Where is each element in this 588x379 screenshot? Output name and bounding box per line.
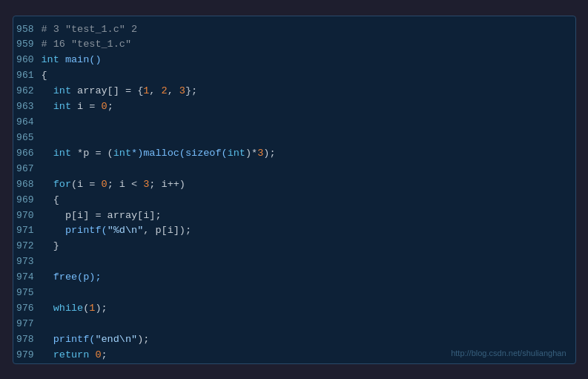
line-content: [42, 162, 47, 177]
line-number: 970: [13, 208, 42, 223]
table-row: 970 p[i] = array[i];: [13, 208, 575, 224]
line-content: return 0;: [42, 348, 108, 363]
line-content: while(1);: [42, 301, 108, 317]
line-content: printf("end\n");: [42, 332, 150, 348]
table-row: 962 int array[] = {1, 2, 3};: [13, 84, 575, 99]
table-row: 958# 3 "test_1.c" 2: [13, 22, 575, 38]
line-content: # 16 "test_1.c": [42, 37, 132, 53]
line-number: 973: [13, 254, 42, 269]
line-number: 958: [13, 22, 42, 37]
table-row: 977: [13, 317, 575, 332]
line-number: 960: [13, 53, 42, 67]
line-content: # 3 "test_1.c" 2: [42, 22, 138, 38]
line-number: 971: [13, 223, 42, 238]
line-content: [42, 317, 47, 332]
table-row: 961{: [13, 68, 575, 84]
line-content: }: [42, 239, 59, 254]
line-content: int i = 0;: [42, 99, 113, 115]
line-content: [42, 286, 47, 301]
table-row: 959# 16 "test_1.c": [13, 37, 575, 53]
code-window: 958# 3 "test_1.c" 2959# 16 "test_1.c"960…: [13, 16, 576, 364]
table-row: 975: [13, 286, 575, 301]
table-row: 960int main(): [13, 53, 575, 68]
line-content: [42, 131, 47, 146]
line-number: 977: [13, 317, 42, 332]
watermark: http://blog.csdn.net/shulianghan: [451, 349, 566, 357]
line-content: int array[] = {1, 2, 3};: [42, 84, 198, 99]
line-number: 961: [13, 68, 42, 83]
table-row: 972 }: [13, 239, 575, 254]
line-content: free(p);: [42, 270, 102, 286]
line-content: int main(): [42, 53, 102, 68]
line-content: {: [42, 193, 59, 208]
table-row: 963 int i = 0;: [13, 99, 575, 115]
line-content: [42, 115, 47, 131]
line-content: int *p = (int*)malloc(sizeof(int)*3);: [42, 146, 276, 162]
code-body: 958# 3 "test_1.c" 2959# 16 "test_1.c"960…: [13, 16, 575, 364]
table-row: 966 int *p = (int*)malloc(sizeof(int)*3)…: [13, 146, 575, 162]
line-number: 978: [13, 332, 42, 347]
table-row: 976 while(1);: [13, 301, 575, 317]
line-number: 974: [13, 270, 42, 285]
line-content: }: [42, 363, 47, 364]
line-number: 975: [13, 286, 42, 300]
line-number: 966: [13, 146, 42, 161]
table-row: 980}: [13, 363, 575, 364]
table-row: 968 for(i = 0; i < 3; i++): [13, 177, 575, 193]
table-row: 964: [13, 115, 575, 131]
line-number: 980: [13, 363, 42, 364]
table-row: 971 printf("%d\n", p[i]);: [13, 223, 575, 239]
line-number: 962: [13, 84, 42, 99]
line-content: p[i] = array[i];: [42, 208, 162, 224]
table-row: 967: [13, 162, 575, 177]
table-row: 965: [13, 131, 575, 146]
line-content: [42, 254, 47, 270]
table-row: 978 printf("end\n");: [13, 332, 575, 348]
table-row: 969 {: [13, 193, 575, 208]
line-number: 976: [13, 301, 42, 316]
line-number: 959: [13, 37, 42, 52]
line-number: 968: [13, 177, 42, 192]
line-number: 964: [13, 115, 42, 130]
line-content: for(i = 0; i < 3; i++): [42, 177, 185, 193]
line-number: 972: [13, 239, 42, 254]
line-number: 965: [13, 131, 42, 145]
line-number: 967: [13, 162, 42, 177]
line-content: printf("%d\n", p[i]);: [42, 223, 192, 239]
line-number: 963: [13, 99, 42, 114]
table-row: 974 free(p);: [13, 270, 575, 286]
line-content: {: [42, 68, 47, 84]
line-number: 969: [13, 193, 42, 208]
table-row: 973: [13, 254, 575, 270]
line-number: 979: [13, 348, 42, 363]
